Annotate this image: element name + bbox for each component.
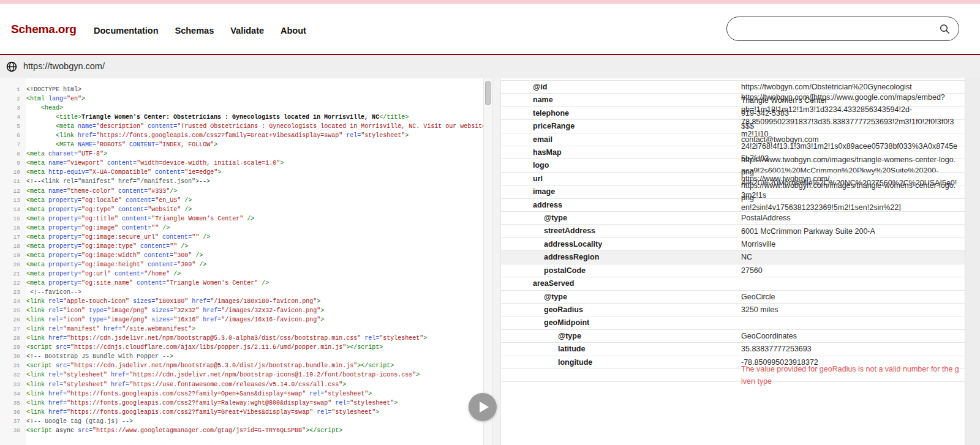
- property-name: geoRadius: [501, 304, 583, 316]
- code-line: 2<html lang="en">: [0, 94, 492, 103]
- validation-warning: The value provided for geoRadius is not …: [741, 363, 960, 387]
- search-box[interactable]: [726, 17, 959, 41]
- code-line: 20<meta property="og:image:height" conte…: [0, 260, 492, 269]
- schema-property-row[interactable]: postalCode27560: [501, 264, 965, 277]
- line-number: 10: [0, 168, 26, 177]
- line-number: 7: [0, 140, 26, 149]
- search-input[interactable]: [737, 19, 940, 39]
- property-value: 27560: [741, 264, 960, 277]
- property-name: addressRegion: [501, 251, 599, 263]
- property-name: postalCode: [501, 264, 586, 277]
- code-line: 22<meta property="og:site_name" content=…: [0, 279, 492, 288]
- code-line: 7 <META NAME="ROBOTS" CONTENT="INDEX, FO…: [0, 140, 492, 149]
- code-line: 15<meta property="og:title" content="Tri…: [0, 214, 492, 223]
- line-number: 26: [0, 315, 26, 324]
- line-number: 4: [0, 113, 26, 122]
- code-line: 37<!-- Google tag (gtag.js) -->: [0, 417, 492, 426]
- line-number: 1: [0, 85, 26, 94]
- code-line: 16<meta property="og:image" content="" /…: [0, 223, 492, 233]
- line-number: 31: [0, 361, 26, 370]
- line-number: 19: [0, 251, 26, 260]
- code-line: 36<link href="https://fonts.googleapis.c…: [0, 408, 492, 417]
- property-value: 6001 McCrimmon Parkway Suite 200-A: [741, 225, 960, 237]
- schema-property-row[interactable]: addressRegionNC: [501, 251, 965, 264]
- code-lines: 1<!DOCTYPE html>2<html lang="en">3 <head…: [0, 78, 492, 435]
- property-name: telephone: [501, 107, 569, 119]
- property-name: @id: [501, 81, 547, 93]
- property-name: streetAddress: [501, 225, 595, 237]
- schema-property-row[interactable]: geoMidpoint: [501, 316, 965, 329]
- schema-property-row[interactable]: address: [501, 199, 965, 212]
- nav-item-about[interactable]: About: [281, 26, 306, 36]
- line-number: 38: [0, 426, 26, 435]
- code-line: 19<meta property="og:image:width" conten…: [0, 251, 492, 260]
- line-number: 11: [0, 177, 26, 186]
- schema-property-row[interactable]: geoRadius3250 miles: [501, 304, 965, 316]
- nav-item-schemas[interactable]: Schemas: [175, 26, 214, 36]
- code-line: 34<link href="https://fonts.googleapis.c…: [0, 389, 492, 398]
- search-icon[interactable]: [940, 24, 950, 34]
- nav-item-validate[interactable]: Validate: [230, 26, 264, 36]
- result-panel-scroll-gutter[interactable]: [965, 78, 980, 445]
- line-number: 3: [0, 103, 26, 113]
- property-name: areaServed: [501, 277, 574, 290]
- schema-property-row[interactable]: @typeGeoCoordinates: [501, 330, 965, 343]
- property-value: PostalAddress: [741, 212, 960, 224]
- schema-property-row[interactable]: The value provided for geoRadius is not …: [501, 369, 965, 382]
- code-line: 26<link rel="icon" type="image/png" size…: [0, 315, 492, 324]
- schema-property-row[interactable]: @typePostalAddress: [501, 212, 965, 225]
- play-button[interactable]: [469, 393, 497, 421]
- schema-property-row[interactable]: imagehttps://www.twobgyn.com/images/tria…: [501, 185, 965, 198]
- code-scrollbar-thumb[interactable]: [485, 81, 491, 105]
- code-line: 31<script src="https://cdn.jsdelivr.net/…: [0, 361, 492, 370]
- code-line: 1<!DOCTYPE html>: [0, 85, 492, 94]
- property-name: @type: [501, 212, 567, 224]
- code-line: 13<meta property="og:locale" content="en…: [0, 196, 492, 205]
- line-number: 36: [0, 408, 26, 417]
- code-line: 28<link href="https://cdn.jsdelivr.net/n…: [0, 334, 492, 343]
- code-line: 27<link rel="manifest" href="/site.webma…: [0, 324, 492, 334]
- nav-item-documentation[interactable]: Documentation: [94, 26, 159, 36]
- property-name: longitude: [501, 356, 592, 368]
- property-name: latitude: [501, 343, 585, 355]
- code-line: 38<script async src="https://www.googlet…: [0, 426, 492, 435]
- property-value: NC: [741, 251, 960, 263]
- play-icon: [480, 402, 489, 413]
- panel-divider: [492, 78, 501, 445]
- property-name: name: [501, 94, 553, 106]
- property-name: priceRange: [501, 120, 575, 132]
- site-header: Schema.org Documentation Schemas Validat…: [0, 4, 980, 54]
- code-line: 5 <meta name="description" content="Trus…: [0, 122, 492, 131]
- property-value: GeoCoordinates: [741, 330, 960, 342]
- code-line: 4 <title>Triangle Women's Center: Obstet…: [0, 113, 492, 122]
- code-line: 6 <link href="https://fonts.googleapis.c…: [0, 131, 492, 140]
- schema-property-row[interactable]: streetAddress6001 McCrimmon Parkway Suit…: [501, 225, 965, 237]
- code-line: 10<meta http-equiv="X-UA-Compatible" con…: [0, 168, 492, 177]
- code-line: 33<link rel="stylesheet" href="https://u…: [0, 380, 492, 389]
- schema-property-row[interactable]: logohttps://www.twobgyn.com/images/trian…: [501, 159, 965, 172]
- line-number: 17: [0, 233, 26, 242]
- schema-org-logo[interactable]: Schema.org: [11, 23, 77, 36]
- line-number: 12: [0, 187, 26, 196]
- property-value: GeoCircle: [741, 291, 960, 303]
- line-number: 29: [0, 343, 26, 352]
- code-scrollbar[interactable]: [483, 78, 492, 445]
- line-number: 35: [0, 398, 26, 408]
- property-name: @type: [501, 330, 581, 342]
- code-line: 9<meta name="viewport" content="width=de…: [0, 159, 492, 168]
- schema-property-row[interactable]: @typeGeoCircle: [501, 291, 965, 304]
- line-number: 20: [0, 260, 26, 269]
- line-number: 37: [0, 417, 26, 426]
- schema-property-row[interactable]: latitude35.83837777253693: [501, 343, 965, 356]
- line-number: 13: [0, 196, 26, 205]
- line-number: 24: [0, 297, 26, 306]
- code-line: 12<meta name="theme-color" content="#333…: [0, 187, 492, 196]
- schema-property-row[interactable]: areaServed: [501, 277, 965, 290]
- property-name: @type: [501, 291, 567, 303]
- code-line: 3 <head>: [0, 103, 492, 113]
- structured-data-panel: @idhttps://twobgyn.com/Obstetrician%20Gy…: [501, 78, 965, 445]
- schema-property-row[interactable]: addressLocalityMorrisville: [501, 238, 965, 251]
- property-value: 3250 miles: [741, 304, 960, 316]
- property-value: Morrisville: [741, 238, 960, 250]
- line-number: 5: [0, 122, 26, 131]
